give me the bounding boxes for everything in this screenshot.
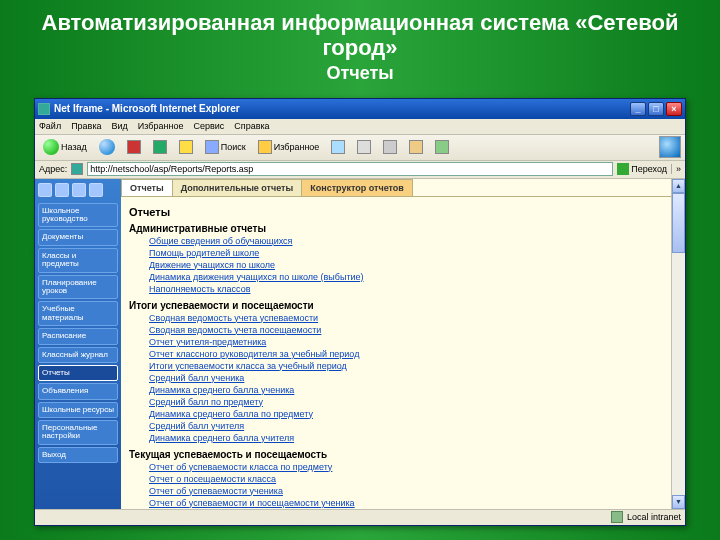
page-heading: Отчеты: [129, 206, 663, 218]
edit-button[interactable]: [405, 138, 427, 156]
search-icon: [205, 140, 219, 154]
sidebar-item-materials[interactable]: Учебные материалы: [38, 301, 118, 326]
zone-icon: [611, 511, 623, 523]
stop-icon: [127, 140, 141, 154]
home-icon: [179, 140, 193, 154]
scroll-thumb[interactable]: [672, 193, 685, 253]
window-title: Net Iframe - Microsoft Internet Explorer: [54, 103, 240, 114]
report-link[interactable]: Отчет об успеваемости класса по предмету: [129, 461, 663, 473]
menubar: Файл Правка Вид Избранное Сервис Справка: [35, 119, 685, 135]
back-button[interactable]: Назад: [39, 137, 91, 157]
history-icon: [331, 140, 345, 154]
tab-bar: Отчеты Дополнительные отчеты Конструктор…: [121, 179, 671, 197]
report-link[interactable]: Средний балл ученика: [129, 372, 663, 384]
slide-subtitle: Отчеты: [0, 63, 720, 90]
sidebar-item-planning[interactable]: Планирование уроков: [38, 275, 118, 300]
report-link[interactable]: Отчет об успеваемости ученика: [129, 485, 663, 497]
sidebar-item-settings[interactable]: Персональные настройки: [38, 420, 118, 445]
sidebar-item-resources[interactable]: Школьные ресурсы: [38, 402, 118, 418]
go-button[interactable]: Переход: [617, 163, 667, 175]
messenger-icon: [435, 140, 449, 154]
menu-help[interactable]: Справка: [234, 121, 269, 131]
vertical-scrollbar[interactable]: ▲ ▼: [671, 179, 685, 509]
section-current: Текущая успеваемость и посещаемость: [129, 449, 663, 460]
arrow-right-icon: [99, 139, 115, 155]
arrow-left-icon: [43, 139, 59, 155]
sidebar-icon-4[interactable]: [89, 183, 103, 197]
section-admin: Административные отчеты: [129, 223, 663, 234]
browser-window: Net Iframe - Microsoft Internet Explorer…: [34, 98, 686, 526]
scroll-track[interactable]: [672, 193, 685, 495]
sidebar-icon-3[interactable]: [72, 183, 86, 197]
report-link[interactable]: Отчет об успеваемости и посещаемости уче…: [129, 497, 663, 509]
minimize-button[interactable]: _: [630, 102, 646, 116]
report-link[interactable]: Динамика среднего балла ученика: [129, 384, 663, 396]
report-link[interactable]: Итоги успеваемости класса за учебный пер…: [129, 360, 663, 372]
home-button[interactable]: [175, 138, 197, 156]
sidebar-item-management[interactable]: Школьное руководство: [38, 203, 118, 228]
tab-constructor[interactable]: Конструктор отчетов: [301, 179, 413, 196]
report-link[interactable]: Отчет учителя-предметника: [129, 336, 663, 348]
report-link[interactable]: Отчет классного руководителя за учебный …: [129, 348, 663, 360]
menu-file[interactable]: Файл: [39, 121, 61, 131]
sidebar-item-schedule[interactable]: Расписание: [38, 328, 118, 344]
report-link[interactable]: Отчет о посещаемости класса: [129, 473, 663, 485]
scroll-down-button[interactable]: ▼: [672, 495, 685, 509]
titlebar: Net Iframe - Microsoft Internet Explorer…: [35, 99, 685, 119]
report-link[interactable]: Движение учащихся по школе: [129, 259, 663, 271]
report-link[interactable]: Общие сведения об обучающихся: [129, 235, 663, 247]
refresh-button[interactable]: [149, 138, 171, 156]
print-button[interactable]: [379, 138, 401, 156]
stop-button[interactable]: [123, 138, 145, 156]
close-button[interactable]: ×: [666, 102, 682, 116]
report-link[interactable]: Динамика среднего балла учителя: [129, 432, 663, 444]
toolbar: Назад Поиск Избранное: [35, 135, 685, 161]
report-link[interactable]: Помощь родителей школе: [129, 247, 663, 259]
tab-extra-reports[interactable]: Дополнительные отчеты: [172, 179, 303, 196]
content-area: Отчеты Дополнительные отчеты Конструктор…: [121, 179, 671, 509]
address-input[interactable]: [87, 162, 613, 176]
print-icon: [383, 140, 397, 154]
report-link[interactable]: Средний балл по предмету: [129, 396, 663, 408]
sidebar-item-announcements[interactable]: Объявления: [38, 383, 118, 399]
sidebar-item-documents[interactable]: Документы: [38, 229, 118, 245]
history-button[interactable]: [327, 138, 349, 156]
go-icon: [617, 163, 629, 175]
status-bar: Local intranet: [35, 509, 685, 525]
mail-button[interactable]: [353, 138, 375, 156]
section-results: Итоги успеваемости и посещаемости: [129, 300, 663, 311]
slide-title: Автоматизированная информационная систем…: [0, 0, 720, 63]
sidebar-icon-2[interactable]: [55, 183, 69, 197]
mail-icon: [357, 140, 371, 154]
report-link[interactable]: Средний балл учителя: [129, 420, 663, 432]
menu-view[interactable]: Вид: [112, 121, 128, 131]
search-label: Поиск: [221, 142, 246, 152]
ie-logo-icon: [659, 136, 681, 158]
forward-button[interactable]: [95, 137, 119, 157]
sidebar-icon-1[interactable]: [38, 183, 52, 197]
page-icon: [71, 163, 83, 175]
scroll-up-button[interactable]: ▲: [672, 179, 685, 193]
sidebar-item-exit[interactable]: Выход: [38, 447, 118, 463]
menu-tools[interactable]: Сервис: [193, 121, 224, 131]
app-icon: [38, 103, 50, 115]
messenger-button[interactable]: [431, 138, 453, 156]
report-link[interactable]: Наполняемость классов: [129, 283, 663, 295]
refresh-icon: [153, 140, 167, 154]
tab-reports[interactable]: Отчеты: [121, 179, 173, 196]
sidebar: Школьное руководство Документы Классы и …: [35, 179, 121, 509]
menu-edit[interactable]: Правка: [71, 121, 101, 131]
sidebar-item-reports[interactable]: Отчеты: [38, 365, 118, 381]
edit-icon: [409, 140, 423, 154]
links-label[interactable]: »: [671, 164, 681, 174]
report-link[interactable]: Сводная ведомость учета успеваемости: [129, 312, 663, 324]
report-link[interactable]: Динамика среднего балла по предмету: [129, 408, 663, 420]
favorites-button[interactable]: Избранное: [254, 138, 324, 156]
maximize-button[interactable]: □: [648, 102, 664, 116]
report-link[interactable]: Динамика движения учащихся по школе (выб…: [129, 271, 663, 283]
report-link[interactable]: Сводная ведомость учета посещаемости: [129, 324, 663, 336]
search-button[interactable]: Поиск: [201, 138, 250, 156]
sidebar-item-journal[interactable]: Классный журнал: [38, 347, 118, 363]
sidebar-item-classes[interactable]: Классы и предметы: [38, 248, 118, 273]
menu-favorites[interactable]: Избранное: [138, 121, 184, 131]
